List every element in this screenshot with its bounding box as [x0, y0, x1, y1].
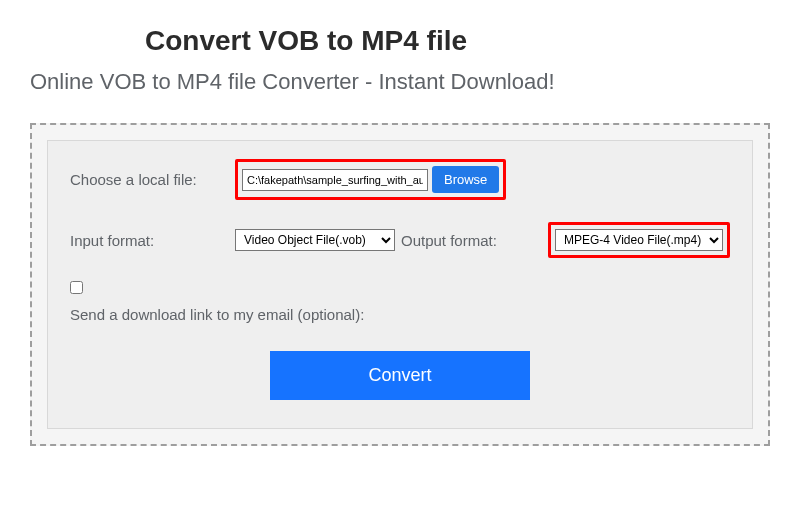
output-format-select[interactable]: MPEG-4 Video File(.mp4)	[555, 229, 723, 251]
format-row: Input format: Video Object File(.vob) Ou…	[70, 222, 730, 258]
file-input-highlight: Browse	[235, 159, 506, 200]
file-path-input[interactable]	[242, 169, 428, 191]
choose-file-label: Choose a local file:	[70, 171, 235, 188]
output-format-label: Output format:	[401, 232, 497, 249]
converter-panel: Choose a local file: Browse Input format…	[47, 140, 753, 429]
convert-button[interactable]: Convert	[270, 351, 530, 400]
output-format-highlight: MPEG-4 Video File(.mp4)	[548, 222, 730, 258]
input-format-select[interactable]: Video Object File(.vob)	[235, 229, 395, 251]
email-checkbox[interactable]	[70, 281, 83, 294]
email-checkbox-row	[70, 280, 730, 298]
browse-button[interactable]: Browse	[432, 166, 499, 193]
input-format-label: Input format:	[70, 232, 235, 249]
converter-dashed-container: Choose a local file: Browse Input format…	[30, 123, 770, 446]
choose-file-row: Choose a local file: Browse	[70, 159, 730, 200]
page-subtitle: Online VOB to MP4 file Converter - Insta…	[30, 69, 770, 95]
page-title: Convert VOB to MP4 file	[145, 25, 770, 57]
email-option-label: Send a download link to my email (option…	[70, 306, 730, 323]
